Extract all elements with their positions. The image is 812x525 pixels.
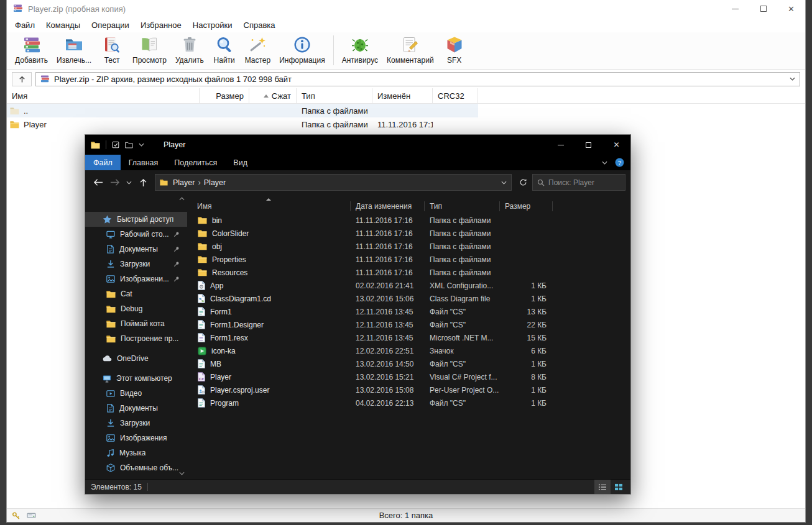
winrar-toolbar-button[interactable]: Тест [96, 34, 128, 66]
explorer-ribbon: ФайлГлавнаяПоделитьсяВид ? [85, 155, 630, 170]
explorer-column-header-cell[interactable]: Имя [187, 201, 351, 211]
file-type: Значок [425, 347, 500, 355]
winrar-toolbar-button[interactable]: Извлечь... [52, 34, 96, 66]
search-box[interactable] [532, 174, 625, 191]
breadcrumb[interactable]: Player›Player [172, 178, 227, 187]
qat-properties-icon[interactable] [112, 141, 119, 148]
file-row[interactable]: App02.02.2016 21:41XML Configuratio...1 … [187, 279, 630, 292]
winrar-toolbar-button[interactable]: Добавить [11, 34, 52, 66]
winrar-toolbar-button[interactable]: Удалить [171, 34, 208, 66]
back-button[interactable] [90, 175, 106, 191]
file-row[interactable]: icon-ka12.02.2016 22:51Значок6 КБ [187, 344, 630, 357]
file-row[interactable]: Form1.resx12.11.2016 13:45Microsoft .NET… [187, 331, 630, 344]
sidebar-item[interactable]: Документы [85, 401, 187, 416]
forward-button[interactable] [107, 175, 122, 191]
file-row[interactable]: Form112.11.2016 13:45Файл "CS"13 КБ [187, 305, 630, 318]
scroll-up-icon[interactable] [179, 197, 185, 201]
sidebar-item[interactable]: Документы [85, 242, 187, 257]
tab-ribbon[interactable]: Вид [225, 155, 256, 170]
winrar-archive-combobox[interactable]: Player.zip - ZIP архив, размер исходных … [35, 72, 800, 86]
file-row[interactable]: ColorSlider11.11.2016 17:16Папка с файла… [187, 227, 630, 240]
file-row[interactable]: obj11.11.2016 17:16Папка с файлами [187, 240, 630, 253]
file-row[interactable]: Form1.Designer12.11.2016 13:45Файл "CS"2… [187, 318, 630, 331]
tab-ribbon[interactable]: Главная [121, 155, 167, 170]
winrar-toolbar-button[interactable]: SFX [438, 34, 471, 66]
archive-row[interactable]: ..Папка с файлами [7, 104, 478, 117]
sidebar-item[interactable]: Видео [85, 386, 187, 401]
explorer-minimize-button[interactable] [547, 135, 574, 155]
breadcrumb-segment[interactable]: Player [172, 178, 196, 187]
sidebar-item[interactable]: Объемные объ... [85, 460, 187, 475]
winrar-toolbar-button[interactable]: Мастер [241, 34, 275, 66]
sidebar-item[interactable]: Cat [85, 286, 187, 301]
winrar-menu-item[interactable]: Справка [238, 21, 281, 30]
winrar-column-header-cell[interactable]: Размер [200, 88, 249, 103]
winrar-toolbar-button[interactable]: Комментарий [382, 34, 438, 66]
winrar-menu-item[interactable]: Операции [86, 21, 135, 30]
winrar-close-button[interactable]: ✕ [777, 0, 805, 17]
large-icons-view-button[interactable] [611, 480, 627, 494]
winrar-toolbar-button[interactable]: Просмотр [128, 34, 171, 66]
winrar-toolbar-button[interactable]: Информация [275, 34, 329, 66]
explorer-maximize-button[interactable] [574, 135, 602, 155]
scroll-down-icon[interactable] [179, 472, 185, 475]
combo-dropdown-icon[interactable] [786, 73, 798, 86]
winrar-column-header-cell[interactable]: Изменён [372, 88, 433, 103]
breadcrumb-segment[interactable]: Player [203, 178, 227, 187]
file-row[interactable]: C#Player13.02.2016 15:21Visual C# Projec… [187, 370, 630, 383]
file-row[interactable]: Program04.02.2016 22:13Файл "CS"1 КБ [187, 396, 630, 409]
winrar-menu-item[interactable]: Файл [9, 21, 40, 30]
file-row[interactable]: Player.csproj.user13.02.2016 15:08Per-Us… [187, 383, 630, 396]
sidebar-item[interactable]: Рабочий сто... [85, 227, 187, 242]
qat-customize-chevron-icon[interactable] [139, 143, 144, 147]
sidebar-item[interactable]: Изображения [85, 431, 187, 445]
winrar-toolbar-button[interactable]: Найти [208, 34, 241, 66]
sidebar-item[interactable]: Этот компьютер [85, 371, 187, 386]
winrar-column-header-cell[interactable]: Имя [7, 88, 200, 103]
winrar-column-header-cell[interactable]: Сжат [249, 88, 297, 103]
winrar-menu-item[interactable]: Избранное [135, 21, 187, 30]
sidebar-item[interactable]: Построение пр... [85, 331, 187, 346]
explorer-column-header-cell[interactable]: Тип [425, 201, 500, 211]
up-button[interactable] [136, 175, 151, 191]
explorer-close-button[interactable]: ✕ [602, 135, 630, 155]
help-icon[interactable]: ? [615, 158, 624, 167]
sidebar-item[interactable]: Поймай кота [85, 316, 187, 331]
file-row[interactable]: ClassDiagram1.cd13.02.2016 15:06Class Di… [187, 292, 630, 305]
details-view-button[interactable] [594, 480, 611, 494]
sidebar-item[interactable]: Debug [85, 301, 187, 316]
winrar-menu-item[interactable]: Настройки [187, 21, 238, 30]
archive-row[interactable]: PlayerПапка с файлами11.11.2016 17:16 [7, 117, 478, 131]
qat-new-folder-icon[interactable] [125, 142, 133, 148]
expand-ribbon-chevron-icon[interactable] [602, 161, 607, 165]
file-row[interactable]: Resources11.11.2016 17:16Папка с файлами [187, 266, 630, 279]
winrar-menu-item[interactable]: Команды [40, 21, 86, 30]
winrar-up-button[interactable] [12, 72, 32, 86]
sidebar-item[interactable]: OneDrive [85, 351, 187, 366]
address-bar[interactable]: Player›Player [155, 174, 512, 191]
file-row[interactable]: Properties11.11.2016 17:16Папка с файлам… [187, 253, 630, 266]
explorer-titlebar[interactable]: Player ✕ [85, 135, 630, 155]
sidebar-item[interactable]: Музыка [85, 445, 187, 460]
explorer-column-header-cell[interactable]: Размер [500, 201, 553, 211]
address-dropdown-chevron-icon[interactable] [501, 181, 507, 185]
search-input[interactable] [548, 178, 621, 187]
winrar-column-header-cell[interactable]: Тип [297, 88, 372, 103]
winrar-maximize-button[interactable] [749, 0, 777, 17]
winrar-minimize-button[interactable] [721, 0, 749, 17]
recent-locations-chevron-icon[interactable] [124, 175, 134, 191]
sidebar-item[interactable]: Загрузки [85, 257, 187, 272]
file-row[interactable]: bin11.11.2016 17:16Папка с файлами [187, 214, 630, 227]
sidebar-item[interactable]: Изображени... [85, 272, 187, 286]
winrar-titlebar[interactable]: Player.zip (пробная копия) ✕ [7, 0, 805, 17]
winrar-toolbar-button[interactable]: Антивирус [338, 34, 382, 66]
file-row[interactable]: MB13.02.2016 14:50Файл "CS"1 КБ [187, 357, 630, 370]
sidebar-item[interactable]: Быстрый доступ [85, 212, 187, 227]
tab-file[interactable]: Файл [85, 155, 121, 170]
explorer-column-header-cell[interactable]: Дата изменения [351, 201, 425, 211]
tab-ribbon[interactable]: Поделиться [166, 155, 225, 170]
winrar-column-header-cell[interactable]: CRC32 [433, 88, 478, 103]
refresh-button[interactable] [515, 175, 531, 191]
sidebar-item[interactable]: Загрузки [85, 416, 187, 431]
sidebar-item[interactable]: Рабочий стол [85, 475, 187, 479]
